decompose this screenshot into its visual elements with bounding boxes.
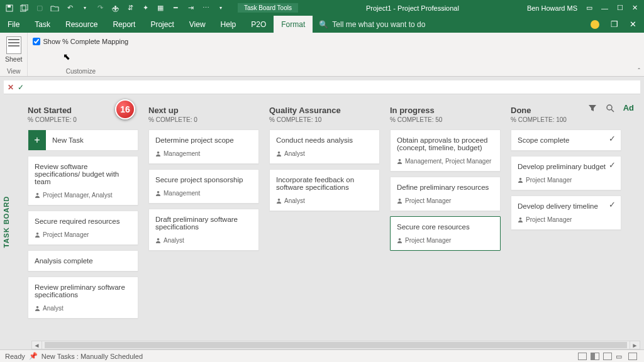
svg-point-13 — [278, 199, 280, 201]
accept-entry-icon[interactable]: ✓ — [18, 83, 24, 92]
status-schedule-mode[interactable]: New Tasks : Manually Scheduled — [42, 353, 143, 360]
column-title[interactable]: Next up — [148, 106, 259, 115]
column-not-started: Not Started% COMPLETE: 0+New TaskReview … — [28, 106, 138, 324]
cancel-entry-icon[interactable]: ✕ — [8, 83, 14, 92]
check-done-icon: ✓ — [609, 160, 616, 170]
save-all-icon[interactable] — [20, 4, 29, 13]
restore-down-icon[interactable]: ❐ — [611, 19, 618, 29]
tab-format[interactable]: Format — [274, 16, 313, 33]
svg-rect-1 — [8, 5, 11, 8]
view-shortcut-1[interactable] — [578, 353, 587, 360]
svg-point-7 — [36, 233, 39, 235]
tab-view[interactable]: View — [182, 16, 213, 33]
task-card[interactable]: Analysis complete — [28, 250, 138, 272]
titlebar: ▢ ↶ ▾ ↷ 🕁 ⇵ ✦ ▦ ━ ⇥ ⋯ ▾ Task Board Tools… — [0, 0, 644, 16]
entry-input[interactable] — [28, 83, 636, 92]
link-icon[interactable]: 🕁 — [111, 4, 119, 13]
column-subtitle: % COMPLETE: 50 — [390, 116, 501, 123]
svg-point-6 — [36, 193, 39, 195]
svg-point-15 — [399, 199, 401, 201]
task-card[interactable]: Review software specifications/ budget w… — [28, 156, 138, 206]
task-card[interactable]: Secure required resourcesProject Manager — [28, 211, 138, 245]
tab-task[interactable]: Task — [27, 16, 58, 33]
qat-dropdown-icon[interactable]: ▾ — [216, 4, 225, 13]
view-shortcut-3[interactable] — [603, 353, 612, 360]
task-card[interactable]: Develop preliminary budget✓Project Manag… — [511, 156, 621, 190]
task-board: 16 Ad Not Started% COMPLETE: 0+New TaskR… — [13, 94, 644, 349]
show-pct-complete-checkbox[interactable]: Show % Complete Mapping — [33, 34, 128, 45]
ribbon: Sheet View Show % Complete Mapping Custo… — [0, 33, 644, 77]
card-assignees: Analyst — [276, 197, 373, 204]
tab-project[interactable]: Project — [143, 16, 181, 33]
redo-icon[interactable]: ↷ — [96, 4, 104, 13]
horizontal-scrollbar[interactable]: ◄ ► — [31, 341, 640, 349]
open-icon[interactable] — [50, 4, 59, 13]
new-task-button[interactable]: +New Task — [28, 129, 138, 151]
tell-me-search[interactable]: 🔍 Tell me what you want to do — [313, 16, 591, 33]
task-card[interactable]: Determine project scopeManagement — [148, 129, 259, 164]
calendar-icon[interactable]: ▦ — [156, 4, 165, 13]
column-title[interactable]: Quality Assurance — [269, 106, 380, 115]
task-icon[interactable]: ✦ — [141, 4, 150, 13]
view-shortcut-4[interactable]: ▭ — [616, 353, 625, 360]
sheet-button-label[interactable]: Sheet — [5, 55, 22, 63]
maximize-window-icon[interactable]: ☐ — [617, 4, 623, 12]
card-assignees: Project Manager — [397, 197, 494, 204]
disabled-icon: ▢ — [35, 4, 44, 13]
ribbon-tabs: FileTaskResourceReportProjectViewHelpP2O… — [0, 16, 644, 33]
sync-icon[interactable]: ⇵ — [126, 4, 135, 13]
card-title: Secure required resources — [35, 217, 131, 225]
undo-icon[interactable]: ↶ — [65, 4, 74, 13]
card-assignees: Project Manager — [518, 216, 614, 223]
scroll-right-icon[interactable]: ► — [630, 341, 640, 349]
board-side-label: TASK BOARD — [0, 94, 13, 349]
card-title: Develop preliminary budget — [518, 163, 614, 170]
add-column-button[interactable]: Ad — [623, 103, 634, 112]
undo-dropdown-icon[interactable]: ▾ — [80, 4, 89, 13]
filter-icon[interactable] — [588, 104, 597, 112]
collapse-ribbon-icon[interactable]: ˆ — [638, 67, 640, 75]
check-done-icon: ✓ — [609, 200, 616, 209]
search-icon: 🔍 — [319, 20, 328, 29]
task-card[interactable]: Secure project sponsorshipManagement — [148, 169, 259, 204]
card-assignees: Project Manager — [518, 177, 614, 184]
minimize-window-icon[interactable]: — — [601, 4, 608, 12]
tab-resource[interactable]: Resource — [58, 16, 105, 33]
search-board-icon[interactable] — [606, 104, 614, 112]
view-shortcut-5[interactable] — [628, 353, 637, 360]
indent-icon[interactable]: ⇥ — [186, 4, 195, 13]
view-shortcut-2[interactable] — [591, 353, 599, 360]
app-title: Project1 - Project Professional — [298, 4, 527, 12]
tab-file[interactable]: File — [0, 16, 27, 33]
sheet-icon[interactable] — [6, 36, 21, 54]
tab-help[interactable]: Help — [213, 16, 244, 33]
task-card[interactable]: Review preliminary software specificatio… — [28, 277, 138, 319]
more-icon[interactable]: ⋯ — [201, 4, 210, 13]
task-card[interactable]: Draft preliminary software specification… — [148, 209, 259, 251]
feedback-emoji-icon[interactable] — [591, 20, 599, 29]
pin-icon[interactable]: 📌 — [29, 352, 38, 360]
tab-p2o[interactable]: P2O — [243, 16, 274, 33]
scroll-left-icon[interactable]: ◄ — [32, 341, 42, 349]
task-card[interactable]: Scope complete✓ — [511, 129, 621, 151]
task-card[interactable]: Incorporate feedback on software specifi… — [269, 169, 380, 211]
user-name[interactable]: Ben Howard MS — [527, 4, 577, 12]
task-card[interactable]: Secure core resourcesProject Manager — [390, 216, 501, 251]
column-done: Done% COMPLETE: 100Scope complete✓Develo… — [511, 106, 621, 324]
close-window-icon[interactable]: ✕ — [632, 4, 638, 12]
timeline-icon[interactable]: ━ — [171, 4, 180, 13]
card-assignees: Management, Project Manager — [397, 158, 494, 165]
task-card[interactable]: Obtain approvals to proceed (concept, ti… — [390, 129, 501, 172]
task-card[interactable]: Conduct needs analysisAnalyst — [269, 129, 380, 164]
scroll-thumb[interactable] — [45, 342, 627, 348]
show-pct-complete-input[interactable] — [33, 38, 40, 45]
close-pane-icon[interactable]: ✕ — [630, 19, 636, 29]
save-icon[interactable] — [5, 4, 14, 13]
tab-report[interactable]: Report — [105, 16, 143, 33]
minimize-ribbon-icon[interactable]: ▭ — [586, 4, 592, 12]
svg-rect-2 — [20, 6, 26, 11]
card-assignees: Management — [155, 190, 252, 197]
task-card[interactable]: Define preliminary resourcesProject Mana… — [390, 177, 501, 211]
column-title[interactable]: In progress — [390, 106, 501, 115]
task-card[interactable]: Develop delivery timeline✓Project Manage… — [511, 195, 621, 230]
